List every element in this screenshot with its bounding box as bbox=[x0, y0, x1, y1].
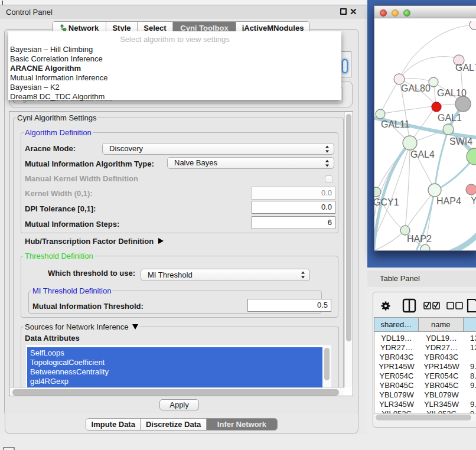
svg-text:SWI4: SWI4 bbox=[449, 136, 472, 146]
svg-text:GAL10: GAL10 bbox=[437, 88, 467, 98]
svg-text:GCY1: GCY1 bbox=[374, 197, 399, 207]
svg-text:GAL4: GAL4 bbox=[410, 149, 435, 159]
svg-text:HAP4: HAP4 bbox=[436, 196, 461, 206]
svg-text:YJ: YJ bbox=[471, 195, 476, 206]
svg-text:GAL80: GAL80 bbox=[401, 83, 431, 93]
svg-text:GAL1: GAL1 bbox=[438, 113, 462, 123]
svg-text:GAL7: GAL7 bbox=[455, 63, 476, 73]
svg-text:GAL11: GAL11 bbox=[381, 119, 410, 129]
svg-text:HAP2: HAP2 bbox=[407, 234, 432, 244]
